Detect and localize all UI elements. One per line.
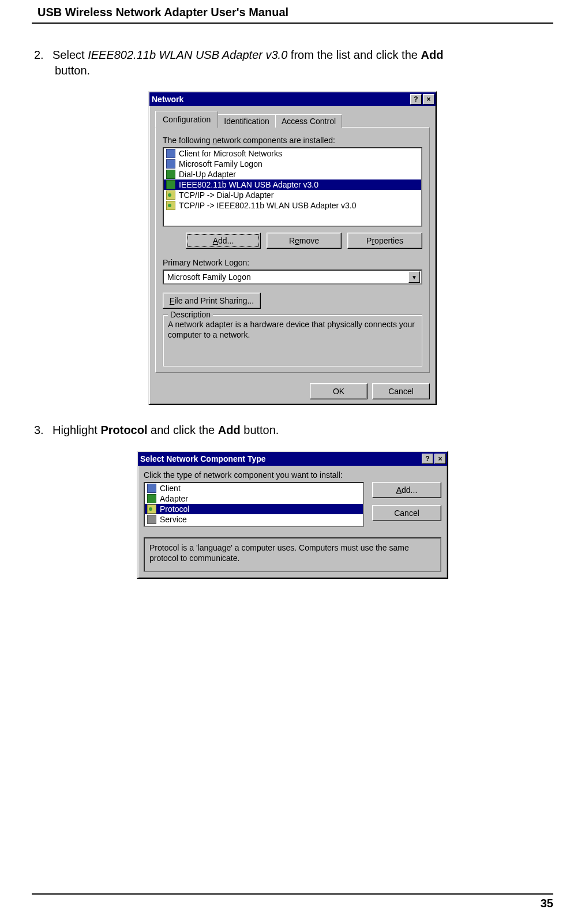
primary-logon-combo[interactable]: Microsoft Family Logon ▼ bbox=[163, 270, 422, 285]
select-component-titlebar[interactable]: Select Network Component Type ? × bbox=[138, 452, 447, 466]
service-icon bbox=[147, 515, 156, 524]
select-component-title: Select Network Component Type bbox=[140, 454, 266, 463]
list-item-label: IEEE802.11b WLAN USB Adapter v3.0 bbox=[179, 180, 318, 189]
step-2-number: 2. bbox=[34, 47, 52, 63]
component-type-listbox[interactable]: Client Adapter Protocol Service bbox=[144, 482, 364, 527]
step-2-text-a: Select bbox=[52, 48, 88, 61]
adapter-icon bbox=[147, 494, 156, 503]
adapter-icon bbox=[166, 180, 175, 189]
network-dialog: Network ? × Configuration Identification… bbox=[148, 91, 437, 405]
list-item-label: Microsoft Family Logon bbox=[179, 159, 262, 169]
step-3: 3.Highlight Protocol and click the Add b… bbox=[32, 422, 553, 438]
protocol-icon bbox=[166, 201, 175, 210]
list-item[interactable]: Client for Microsoft Networks bbox=[164, 148, 421, 159]
tab-panel-configuration: The following network components are ins… bbox=[155, 127, 430, 373]
adapter-icon bbox=[166, 170, 175, 179]
list-item[interactable]: Adapter bbox=[145, 493, 363, 504]
header-title: USB Wireless Network Adapter User's Manu… bbox=[32, 6, 553, 19]
header-rule bbox=[32, 23, 553, 24]
list-item-label: Adapter bbox=[160, 494, 188, 503]
step-3-text-b: and click the bbox=[148, 424, 218, 436]
list-item-label: Client bbox=[160, 484, 181, 493]
components-label-b: etwork components are installed: bbox=[217, 136, 335, 145]
step-2-bold: Add bbox=[421, 48, 443, 61]
primary-logon-label: Primary Network Logon: bbox=[163, 258, 422, 267]
client-icon bbox=[147, 484, 156, 493]
step-3-number: 3. bbox=[34, 422, 52, 438]
close-icon[interactable]: × bbox=[423, 94, 434, 104]
close-icon[interactable]: × bbox=[434, 454, 446, 464]
add-button[interactable]: Add... bbox=[186, 233, 261, 249]
page-header: USB Wireless Network Adapter User's Manu… bbox=[32, 6, 553, 35]
remove-button[interactable]: Remove bbox=[267, 233, 342, 249]
list-item-label: Dial-Up Adapter bbox=[179, 170, 236, 179]
components-label: The following network components are ins… bbox=[163, 136, 422, 145]
step-3-text-a: Highlight bbox=[52, 424, 100, 436]
protocol-icon bbox=[166, 190, 175, 200]
cancel-button[interactable]: Cancel bbox=[372, 505, 441, 521]
tab-identification[interactable]: Identification bbox=[217, 114, 276, 128]
network-title: Network bbox=[152, 95, 183, 104]
select-component-dialog: Select Network Component Type ? × Click … bbox=[137, 451, 448, 579]
client-icon bbox=[166, 159, 175, 169]
tab-configuration[interactable]: Configuration bbox=[155, 111, 218, 128]
ok-button[interactable]: OK bbox=[310, 383, 367, 399]
description-title: Description bbox=[168, 310, 213, 319]
primary-logon-value: Microsoft Family Logon bbox=[164, 272, 408, 282]
components-label-a: The following bbox=[163, 136, 212, 145]
network-titlebar[interactable]: Network ? × bbox=[149, 92, 436, 106]
tab-access-control[interactable]: Access Control bbox=[275, 114, 342, 128]
list-item-label: TCP/IP -> IEEE802.11b WLAN USB Adapter v… bbox=[179, 201, 357, 210]
cancel-button[interactable]: Cancel bbox=[372, 383, 430, 399]
help-icon[interactable]: ? bbox=[422, 454, 433, 464]
protocol-icon bbox=[147, 504, 156, 514]
add-button[interactable]: Add... bbox=[372, 482, 441, 498]
description-text: A network adapter is a hardware device t… bbox=[168, 320, 417, 340]
properties-button[interactable]: Properties bbox=[347, 233, 422, 249]
footer-rule bbox=[32, 893, 553, 895]
list-item[interactable]: Microsoft Family Logon bbox=[164, 159, 421, 169]
step-3-bold-1: Protocol bbox=[100, 424, 147, 436]
component-info-text: Protocol is a 'language' a computer uses… bbox=[144, 537, 441, 572]
list-item-label: Protocol bbox=[160, 504, 189, 514]
components-listbox[interactable]: Client for Microsoft Networks Microsoft … bbox=[163, 147, 422, 227]
step-3-text-c: button. bbox=[241, 424, 279, 436]
step-3-bold-2: Add bbox=[218, 424, 241, 436]
select-component-prompt: Click the type of network component you … bbox=[144, 470, 441, 480]
step-2-text-c: button. bbox=[55, 64, 90, 77]
file-print-sharing-button[interactable]: File and Print Sharing... bbox=[163, 293, 261, 309]
page-footer: 35 bbox=[32, 893, 553, 910]
list-item[interactable]: Protocol bbox=[145, 504, 363, 514]
page-number: 35 bbox=[32, 897, 553, 910]
list-item[interactable]: TCP/IP -> IEEE802.11b WLAN USB Adapter v… bbox=[164, 200, 421, 211]
help-icon[interactable]: ? bbox=[410, 94, 422, 104]
step-2-text-b: from the list and click the bbox=[287, 48, 421, 61]
chevron-down-icon[interactable]: ▼ bbox=[408, 271, 420, 283]
list-item[interactable]: IEEE802.11b WLAN USB Adapter v3.0 bbox=[164, 179, 421, 190]
list-item[interactable]: Service bbox=[145, 514, 363, 525]
list-item[interactable]: Client bbox=[145, 483, 363, 493]
step-2-italic: IEEE802.11b WLAN USB Adapter v3.0 bbox=[88, 48, 287, 61]
list-item-label: Client for Microsoft Networks bbox=[179, 149, 282, 158]
description-group: Description A network adapter is a hardw… bbox=[163, 315, 422, 366]
list-item-label: Service bbox=[160, 515, 187, 524]
list-item-label: TCP/IP -> Dial-Up Adapter bbox=[179, 190, 273, 200]
list-item[interactable]: Dial-Up Adapter bbox=[164, 169, 421, 179]
step-2: 2.Select IEEE802.11b WLAN USB Adapter v3… bbox=[32, 47, 553, 78]
list-item[interactable]: TCP/IP -> Dial-Up Adapter bbox=[164, 190, 421, 200]
tab-strip: Configuration Identification Access Cont… bbox=[155, 111, 430, 128]
client-icon bbox=[166, 149, 175, 158]
